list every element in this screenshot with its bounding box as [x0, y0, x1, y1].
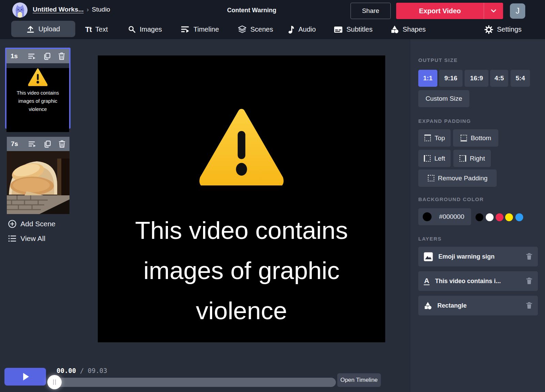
trash-icon: [526, 302, 532, 309]
scene-2-delete-button[interactable]: [59, 140, 65, 148]
swatch-yellow[interactable]: [505, 213, 513, 221]
scene-1-delete-button[interactable]: [58, 52, 65, 60]
shapes-icon: [390, 26, 399, 33]
output-size-label: OUTPUT SIZE: [418, 57, 458, 63]
add-scene-button[interactable]: Add Scene: [8, 220, 56, 228]
scene-2-duplicate-button[interactable]: [44, 141, 51, 148]
tool-upload-label: Upload: [38, 25, 60, 33]
layer-rectangle-delete-button[interactable]: [526, 302, 532, 309]
header-bar: Untitled Works... › Studio Content Warni…: [0, 0, 545, 20]
tool-shapes[interactable]: Shapes: [390, 20, 426, 39]
swatch-black[interactable]: [476, 213, 483, 221]
trash-icon: [59, 140, 65, 148]
tool-audio[interactable]: Audio: [288, 20, 316, 39]
swatch-blue[interactable]: [515, 213, 523, 221]
view-all-button[interactable]: View All: [8, 234, 45, 243]
scene-card-1[interactable]: 1s: [5, 48, 71, 129]
layer-name: Rectangle: [437, 302, 520, 309]
scene-2-header: 7s: [7, 137, 69, 151]
layer-name: This video contains i...: [435, 278, 520, 285]
video-canvas[interactable]: This video contains images of graphic vi…: [98, 55, 385, 342]
timecode: 00.00 / 09.03: [57, 367, 107, 374]
gear-icon: [484, 25, 493, 34]
scene-2-reorder-button[interactable]: [29, 141, 36, 147]
remove-padding-icon: [427, 175, 435, 182]
tool-scenes[interactable]: Scenes: [238, 20, 273, 39]
ratio-1-1-button[interactable]: 1:1: [418, 70, 437, 87]
tool-timeline[interactable]: Timeline: [181, 20, 219, 39]
layer-row-rectangle[interactable]: Rectangle: [418, 296, 538, 315]
pad-right-icon: [459, 155, 466, 162]
swatch-red[interactable]: [496, 213, 503, 221]
music-note-icon: [288, 25, 295, 34]
warning-sign-layer[interactable]: [199, 107, 284, 185]
ratio-16-9-button[interactable]: 16:9: [465, 70, 488, 87]
layer-text-delete-button[interactable]: [526, 277, 532, 285]
pad-left-button[interactable]: Left: [418, 150, 451, 167]
current-time: 00.00: [57, 367, 76, 374]
layer-emoji-delete-button[interactable]: [526, 253, 532, 260]
layer-row-text[interactable]: A This video contains i...: [418, 271, 538, 291]
workspace-logo[interactable]: [12, 2, 28, 18]
ratio-5-4-button[interactable]: 5:4: [511, 70, 530, 87]
swatch-white[interactable]: [486, 213, 494, 221]
scenes-layers-icon: [238, 26, 247, 34]
ratio-9-16-button[interactable]: 9:16: [439, 70, 463, 87]
background-color-button[interactable]: #000000: [418, 208, 471, 225]
list-icon: [8, 235, 16, 242]
background-color-value: #000000: [439, 213, 464, 220]
layer-name: Emoji warning sign: [438, 253, 520, 260]
scene-1-duplicate-button[interactable]: [44, 53, 51, 60]
breadcrumb-separator: ›: [87, 6, 89, 13]
seek-bar[interactable]: [52, 378, 336, 387]
pad-top-icon: [424, 134, 431, 142]
warning-text-layer[interactable]: This video contains images of graphic vi…: [98, 210, 385, 331]
project-title: Content Warning: [227, 7, 276, 14]
shape-layer-icon: [424, 302, 432, 310]
scene-2-thumbnail: [7, 151, 69, 214]
tool-upload[interactable]: Upload: [11, 21, 75, 37]
current-color-dot: [423, 212, 432, 221]
duplicate-icon: [44, 53, 51, 60]
ratio-4-5-button[interactable]: 4:5: [490, 70, 508, 87]
tool-settings[interactable]: Settings: [484, 20, 521, 39]
share-button[interactable]: Share: [351, 3, 391, 19]
time-separator: /: [76, 367, 88, 374]
layers-label: LAYERS: [418, 236, 441, 242]
scene-1-reorder-button[interactable]: [28, 53, 36, 60]
total-time: 09.03: [88, 367, 107, 374]
user-avatar[interactable]: J: [510, 3, 525, 19]
cat-avatar-icon: [12, 2, 28, 18]
duplicate-icon: [44, 141, 51, 148]
pad-right-button[interactable]: Right: [453, 150, 491, 167]
layer-row-emoji[interactable]: Emoji warning sign: [418, 247, 538, 266]
subtitles-icon: [334, 26, 343, 33]
reorder-icon: [28, 53, 36, 60]
tool-images-label: Images: [140, 26, 162, 33]
open-timeline-button[interactable]: Open Timeline: [337, 373, 381, 387]
workspace-name-link[interactable]: Untitled Works...: [33, 6, 84, 13]
pad-top-button[interactable]: Top: [418, 129, 451, 147]
tool-images[interactable]: Images: [128, 20, 162, 39]
pad-bottom-button[interactable]: Bottom: [453, 129, 498, 147]
seek-handle[interactable]: [47, 375, 62, 389]
custom-size-button[interactable]: Custom Size: [418, 90, 469, 107]
scene-card-2[interactable]: 7s: [7, 137, 69, 214]
studio-app: Untitled Works... › Studio Content Warni…: [0, 0, 545, 392]
tool-text-label: Text: [95, 26, 108, 33]
reorder-icon: [29, 141, 36, 147]
play-icon: [23, 373, 29, 380]
pad-bottom-icon: [460, 134, 467, 142]
scene-1-thumbnail: This video contains images of graphic vi…: [6, 68, 69, 132]
tool-timeline-label: Timeline: [193, 26, 219, 33]
tool-shapes-label: Shapes: [403, 26, 426, 33]
text-layer-icon: A: [424, 277, 430, 285]
tool-scenes-label: Scenes: [250, 26, 273, 33]
tool-subtitles[interactable]: Subtitles: [334, 20, 373, 39]
play-button[interactable]: [4, 368, 46, 386]
export-video-button[interactable]: Export Video: [396, 3, 503, 19]
tool-text[interactable]: Tt Text: [85, 20, 108, 39]
remove-padding-button[interactable]: Remove Padding: [418, 169, 497, 187]
right-panel: OUTPUT SIZE 1:1 9:16 16:9 4:5 5:4 Custom…: [410, 39, 545, 392]
export-options-button[interactable]: [484, 9, 503, 13]
